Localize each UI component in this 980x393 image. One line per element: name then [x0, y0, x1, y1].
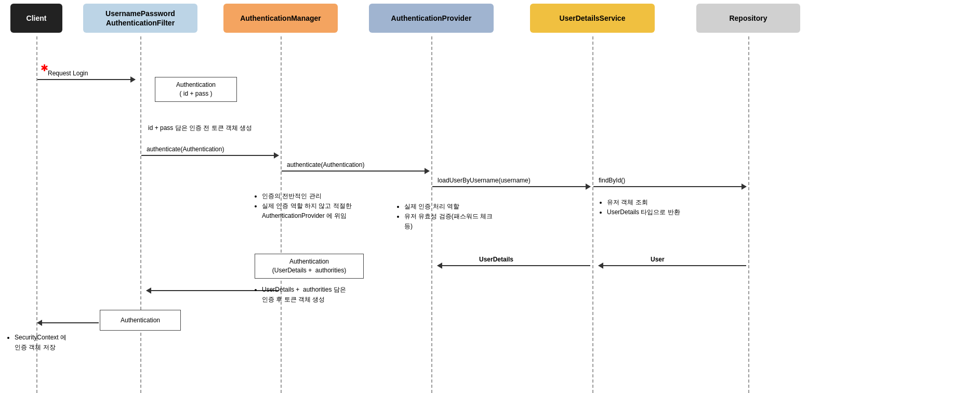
arrow-request-login: Request Login	[37, 79, 135, 80]
arrow-label-load-user: loadUserByUsername(username)	[438, 177, 531, 184]
arrow-line-request-login	[37, 79, 135, 80]
arrow-label-auth-manager: authenticate(Authentication)	[147, 146, 224, 153]
note-auth-after-token: UserDetails + authorities 담은인증 후 토큰 객체 생…	[254, 285, 346, 305]
box-auth-userdetails: Authentication (UserDetails + authoritie…	[255, 254, 364, 279]
arrow-label-user-return: User	[651, 256, 665, 263]
arrow-label-findbyid: findById()	[599, 177, 625, 184]
arrow-label-userdetails-return: UserDetails	[479, 256, 513, 263]
note-provider: 실제 인증 처리 역할 유저 유효성 검증(패스워드 체크등)	[396, 202, 493, 232]
header-client: Client	[10, 4, 62, 33]
arrow-label-auth-provider: authenticate(Authentication)	[287, 161, 364, 168]
arrow-findbyid: findById()	[593, 186, 746, 187]
arrow-authenticate-provider: authenticate(Authentication)	[282, 171, 429, 172]
arrow-label-request-login: Request Login	[48, 70, 88, 77]
header-manager: AuthenticationManager	[223, 4, 338, 33]
arrow-authenticate-manager: authenticate(Authentication)	[141, 155, 279, 156]
note-security-context: SecurityContext 에인증 객체 저장	[6, 333, 67, 352]
header-userdetails: UserDetailsService	[530, 4, 655, 33]
lifeline-filter	[140, 36, 141, 393]
note-manager: 인증의 전반적인 관리 실제 인증 역할 하지 않고 적절한Authentica…	[254, 191, 352, 221]
note-token-creation: id + pass 담은 인증 전 토큰 객체 생성	[148, 124, 252, 133]
box-auth-filter: Authentication	[100, 310, 181, 331]
arrow-userdetails-return: UserDetails	[438, 265, 590, 266]
arrow-user-return: User	[599, 265, 746, 266]
note-repository: 유저 객체 조회 UserDetails 타입으로 반환	[599, 198, 680, 217]
lifeline-repository	[748, 36, 749, 393]
arrow-load-user: loadUserByUsername(username)	[432, 186, 590, 187]
header-filter: UsernamePasswordAuthenticationFilter	[83, 4, 197, 33]
arrow-final-return	[37, 322, 99, 323]
sequence-diagram: Client UsernamePasswordAuthenticationFil…	[0, 0, 980, 393]
header-repository: Repository	[696, 4, 800, 33]
header-provider: AuthenticationProvider	[369, 4, 494, 33]
box-auth-id-pass: Authentication ( id + pass )	[155, 77, 237, 102]
asterisk-marker: ✱	[41, 62, 48, 74]
lifeline-userdetails	[592, 36, 593, 393]
